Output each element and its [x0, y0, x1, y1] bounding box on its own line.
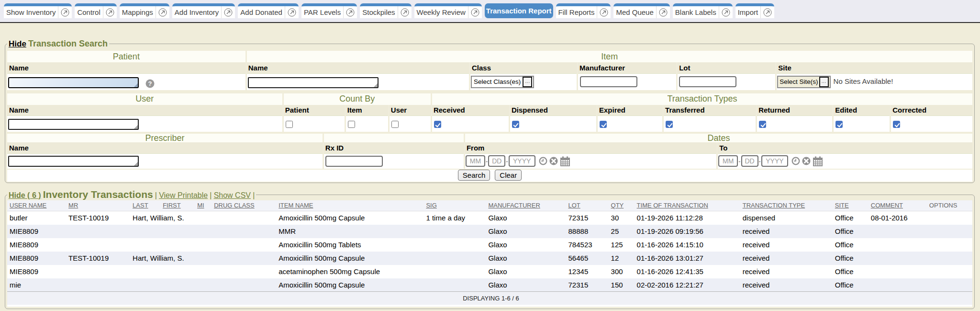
svg-text:?: ? — [148, 80, 152, 87]
